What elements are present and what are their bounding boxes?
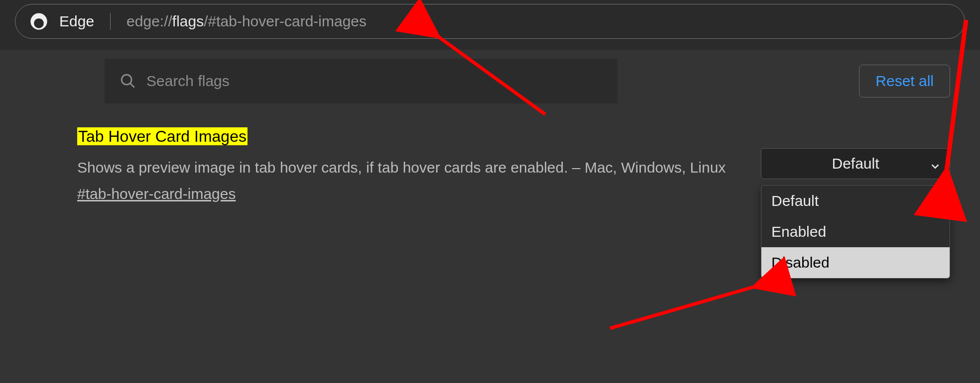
svg-point-2 — [122, 75, 131, 85]
flag-text-block: Tab Hover Card Images Shows a preview im… — [77, 126, 731, 202]
separator — [110, 13, 111, 30]
reset-all-button[interactable]: Reset all — [859, 65, 950, 97]
page-content: Reset all Tab Hover Card Images Shows a … — [0, 50, 980, 383]
address-bar[interactable]: Edge edge://flags/#tab-hover-card-images — [15, 4, 965, 39]
flag-description: Shows a preview image in tab hover cards… — [77, 156, 731, 179]
flag-title: Tab Hover Card Images — [77, 127, 247, 145]
toolbar: Reset all — [0, 50, 980, 112]
search-box[interactable] — [105, 59, 617, 103]
dropdown-option-disabled[interactable]: Disabled — [761, 247, 950, 278]
search-input[interactable] — [146, 73, 603, 90]
svg-point-1 — [34, 18, 44, 28]
chevron-down-icon — [930, 158, 941, 169]
url-host: flags — [172, 13, 204, 30]
flag-select-wrap: Default Default Enabled Disabled — [761, 148, 950, 179]
flag-entry: Tab Hover Card Images Shows a preview im… — [0, 112, 980, 202]
edge-icon — [29, 12, 48, 31]
dropdown-option-default[interactable]: Default — [761, 186, 950, 216]
svg-line-3 — [130, 83, 134, 88]
flag-dropdown[interactable]: Default Enabled Disabled — [761, 185, 950, 279]
url-display[interactable]: edge://flags/#tab-hover-card-images — [126, 13, 367, 30]
flag-anchor-link[interactable]: #tab-hover-card-images — [77, 186, 236, 202]
search-icon — [120, 73, 136, 90]
app-name-label: Edge — [59, 13, 94, 30]
url-path: /#tab-hover-card-images — [204, 13, 367, 30]
flag-select-value: Default — [832, 155, 879, 172]
dropdown-option-enabled[interactable]: Enabled — [761, 216, 950, 247]
url-scheme: edge:// — [126, 13, 172, 30]
flag-select[interactable]: Default — [761, 148, 950, 179]
